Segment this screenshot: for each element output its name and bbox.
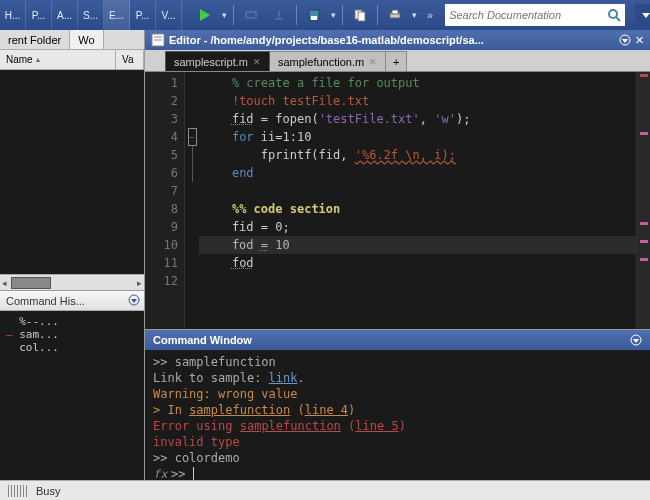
svg-marker-0 <box>200 9 210 21</box>
command-line: Error using samplefunction (line 5) <box>153 418 642 434</box>
editor-tab[interactable]: samplescript.m✕ <box>165 51 270 71</box>
name-column-header[interactable]: Name▴ <box>0 50 116 69</box>
command-history-panel: Command His... %--...— sam... col... <box>0 290 144 480</box>
command-window-panel: Command Window >> samplefunctionLink to … <box>145 330 650 480</box>
editor-tabbar: samplescript.m✕samplefunction.m✕+ <box>145 50 650 72</box>
search-field[interactable] <box>449 9 607 21</box>
svg-line-9 <box>616 17 620 21</box>
code-line[interactable]: % create a file for output <box>203 74 632 92</box>
svg-marker-12 <box>131 299 137 303</box>
copy-button[interactable] <box>349 4 371 26</box>
command-menu-icon[interactable] <box>630 334 642 346</box>
horizontal-scrollbar[interactable]: ◂ ▸ <box>0 274 144 290</box>
close-tab-icon[interactable]: ✕ <box>369 57 377 67</box>
command-history-title[interactable]: Command His... <box>0 291 144 311</box>
print-button[interactable] <box>384 4 406 26</box>
editor-menu-icon[interactable] <box>619 34 631 46</box>
editor-panel: Editor - /home/andy/projects/base16-matl… <box>145 30 650 330</box>
command-line: > In samplefunction (line 4) <box>153 402 642 418</box>
close-tab-icon[interactable]: ✕ <box>253 57 261 67</box>
svg-rect-1 <box>246 12 256 18</box>
editor-tab[interactable]: samplefunction.m✕ <box>269 51 386 71</box>
svg-rect-3 <box>311 16 317 20</box>
line-gutter[interactable]: 123456789101112 <box>145 72 185 329</box>
command-line: invalid type <box>153 434 642 450</box>
command-output[interactable]: >> samplefunctionLink to sample: link.Wa… <box>145 350 650 480</box>
folder-tab[interactable]: Wo <box>70 30 103 49</box>
step-out-button[interactable] <box>268 4 290 26</box>
svg-rect-7 <box>392 10 398 14</box>
svg-marker-10 <box>642 13 650 18</box>
fold-column[interactable]: − <box>185 72 199 329</box>
svg-rect-5 <box>358 12 365 21</box>
ribbon-toolbar: H...P...A...S...E...P...V... ▾ ▾ <box>0 0 650 30</box>
svg-point-8 <box>609 10 617 18</box>
history-list[interactable]: %--...— sam... col... <box>0 311 144 480</box>
ribbon-tab[interactable]: H... <box>0 0 26 30</box>
current-folder-panel: rent FolderWo Name▴ Va ◂ ▸ <box>0 30 144 290</box>
ribbon-tab[interactable]: V... <box>156 0 182 30</box>
run-button[interactable] <box>194 4 216 26</box>
code-line[interactable]: for ii=1:10 <box>203 128 632 146</box>
code-line[interactable] <box>203 182 632 200</box>
fx-icon[interactable]: fx <box>153 466 171 480</box>
code-line[interactable]: end <box>203 164 632 182</box>
editor-title: Editor - /home/andy/projects/base16-matl… <box>169 34 613 46</box>
editor-close-icon[interactable]: ✕ <box>635 34 644 47</box>
ribbon-tab[interactable]: A... <box>52 0 78 30</box>
ribbon-tab[interactable]: S... <box>78 0 104 30</box>
command-line: Link to sample: link. <box>153 370 642 386</box>
code-line[interactable]: fid = fopen('testFile.txt', 'w'); <box>203 110 632 128</box>
history-item[interactable]: col... <box>6 341 138 354</box>
command-prompt[interactable]: fx>> <box>153 466 642 480</box>
statusbar: Busy <box>0 480 650 500</box>
search-docs-input[interactable] <box>445 4 625 26</box>
overview-ruler[interactable] <box>636 72 650 329</box>
command-line: >> colordemo <box>153 450 642 466</box>
command-window-title: Command Window <box>153 334 630 346</box>
add-tab-button[interactable]: + <box>385 51 407 71</box>
ribbon-tab[interactable]: P... <box>26 0 52 30</box>
code-area[interactable]: % create a file for output !touch testFi… <box>199 72 636 329</box>
save-button[interactable] <box>303 4 325 26</box>
history-item[interactable]: — sam... <box>6 328 138 341</box>
code-line[interactable]: fod <box>203 254 632 272</box>
code-line[interactable]: !touch testFile.txt <box>203 92 632 110</box>
ribbon-tab[interactable]: P... <box>130 0 156 30</box>
svg-marker-19 <box>633 339 639 343</box>
code-line[interactable]: fid = 0; <box>203 218 632 236</box>
busy-indicator-icon <box>8 485 28 497</box>
dropdown-icon[interactable] <box>128 294 140 306</box>
folder-tree[interactable] <box>0 70 144 274</box>
search-icon <box>607 8 621 22</box>
status-text: Busy <box>36 485 60 497</box>
minimize-ribbon-button[interactable] <box>635 4 650 26</box>
history-item[interactable]: %--... <box>6 315 138 328</box>
folder-tab[interactable]: rent Folder <box>0 30 70 49</box>
code-line[interactable]: fprintf(fid, '%6.2f \n, i); <box>203 146 632 164</box>
value-column-header[interactable]: Va <box>116 50 144 69</box>
ribbon-tab[interactable]: E... <box>104 0 130 30</box>
command-line: Warning: wrong value <box>153 386 642 402</box>
editor-icon <box>151 33 165 47</box>
command-line: >> samplefunction <box>153 354 642 370</box>
code-line[interactable] <box>203 272 632 290</box>
code-line[interactable]: %% code section <box>203 200 632 218</box>
step-button[interactable] <box>240 4 262 26</box>
svg-marker-17 <box>622 39 628 43</box>
